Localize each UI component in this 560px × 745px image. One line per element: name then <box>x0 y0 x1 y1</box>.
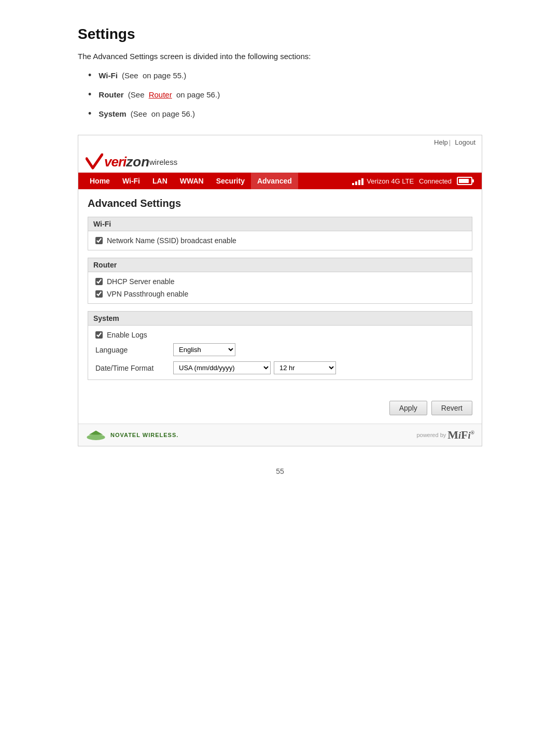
logout-link[interactable]: Logout <box>455 138 475 146</box>
section-title-main: Advanced Settings <box>88 198 472 209</box>
datetime-label: Date/Time Format <box>95 364 173 372</box>
list-item: Router (See Router on page 56.) <box>88 89 482 100</box>
router-text: (See <box>126 90 147 99</box>
language-label: Language <box>95 346 173 354</box>
apply-button[interactable]: Apply <box>389 401 427 415</box>
datetime-control: USA (mm/dd/yyyy) International (dd/mm/yy… <box>173 361 336 374</box>
nav-item-wifi[interactable]: Wi-Fi <box>116 173 146 189</box>
dhcp-checkbox[interactable] <box>95 278 103 285</box>
vpn-row: VPN Passthrough enable <box>95 290 465 298</box>
powered-by-text: powered by <box>416 432 446 438</box>
system-section: System Enable Logs Language English Span… <box>88 311 472 380</box>
content-area: Advanced Settings Wi-Fi Network Name (SS… <box>78 189 482 396</box>
page-number: 55 <box>78 467 482 475</box>
mifi-text: MiFi® <box>447 428 474 442</box>
router-section-body: DHCP Server enable VPN Passthrough enabl… <box>88 272 472 303</box>
signal-bar-3 <box>358 180 360 185</box>
router-topbar: Help | Logout <box>78 135 482 149</box>
signal-bar-4 <box>361 178 363 185</box>
router-footer: NOVATEL WIRELESS. powered by MiFi® <box>78 424 482 446</box>
help-link[interactable]: Help <box>434 138 448 146</box>
language-row: Language English Spanish French <box>95 343 465 356</box>
router-text-after: on page 56.) <box>174 90 220 99</box>
page-title: Settings <box>78 26 482 43</box>
datetime-row: Date/Time Format USA (mm/dd/yyyy) Intern… <box>95 361 465 374</box>
logo-bar: verizonwireless <box>78 149 482 173</box>
system-text: (See on page 56.) <box>129 109 195 118</box>
novatel-text: NOVATEL WIRELESS. <box>110 432 178 438</box>
language-control: English Spanish French <box>173 343 235 356</box>
nav-signal-label: Verizon 4G LTE <box>367 177 414 185</box>
nav-item-home[interactable]: Home <box>83 173 116 189</box>
list-item: System (See on page 56.) <box>88 108 482 119</box>
nav-item-advanced[interactable]: Advanced <box>251 173 298 189</box>
wifi-text: (See on page 55.) <box>120 71 186 80</box>
wifi-label: Wi-Fi <box>99 71 118 80</box>
wifi-ssid-checkbox[interactable] <box>95 237 103 244</box>
router-section-header: Router <box>88 258 472 272</box>
language-select[interactable]: English Spanish French <box>173 343 235 356</box>
nav-signal-area: Verizon 4G LTE <box>352 177 414 185</box>
system-section-header: System <box>88 312 472 326</box>
nav-item-lan[interactable]: LAN <box>146 173 174 189</box>
verizon-wireless-text: wireless <box>149 158 177 166</box>
verizon-logo-text: veri <box>104 154 126 170</box>
dhcp-row: DHCP Server enable <box>95 277 465 286</box>
svg-marker-1 <box>89 431 103 435</box>
novatel-logo: NOVATEL WIRELESS. <box>86 430 178 440</box>
wifi-section-header: Wi-Fi <box>88 217 472 231</box>
mifi-powered: powered by MiFi® <box>416 428 474 442</box>
wifi-section: Wi-Fi Network Name (SSID) broadcast enab… <box>88 217 472 250</box>
signal-bars-icon <box>352 177 363 185</box>
revert-button[interactable]: Revert <box>431 401 472 415</box>
router-ui-box: Help | Logout verizonwireless Home Wi-Fi… <box>78 135 482 446</box>
router-label: Router <box>99 90 123 99</box>
verizon-logo-text2: zon <box>126 154 149 170</box>
nav-connected-label: Connected <box>414 177 457 185</box>
svg-point-0 <box>87 434 105 440</box>
wifi-section-body: Network Name (SSID) broadcast enable <box>88 231 472 250</box>
vpn-label: VPN Passthrough enable <box>107 290 188 298</box>
battery-icon <box>457 177 472 185</box>
router-link[interactable]: Router <box>149 90 172 99</box>
battery-fill <box>459 179 469 183</box>
logs-row: Enable Logs <box>95 331 465 339</box>
page-container: Settings The Advanced Settings screen is… <box>57 0 503 507</box>
novatel-arrow-icon <box>86 430 106 440</box>
nav-bar: Home Wi-Fi LAN WWAN Security Advanced Ve… <box>78 173 482 189</box>
vpn-checkbox[interactable] <box>95 290 103 298</box>
system-section-body: Enable Logs Language English Spanish Fre… <box>88 326 472 379</box>
verizon-logo: verizonwireless <box>86 153 474 170</box>
verizon-checkmark-icon <box>86 153 103 170</box>
nav-item-wwan[interactable]: WWAN <box>174 173 210 189</box>
signal-bar-1 <box>352 183 354 185</box>
wifi-ssid-row: Network Name (SSID) broadcast enable <box>95 236 465 245</box>
topbar-separator: | <box>449 138 451 146</box>
time-format-select[interactable]: 12 hr 24 hr <box>274 361 336 374</box>
system-label: System <box>99 109 126 118</box>
wifi-ssid-label: Network Name (SSID) broadcast enable <box>107 236 236 245</box>
dhcp-label: DHCP Server enable <box>107 277 174 286</box>
intro-text: The Advanced Settings screen is divided … <box>78 52 482 61</box>
bullet-list: Wi-Fi (See on page 55.) Router (See Rout… <box>78 70 482 119</box>
logs-checkbox[interactable] <box>95 331 103 339</box>
logs-label: Enable Logs <box>107 331 147 339</box>
button-row: Apply Revert <box>78 396 482 424</box>
nav-item-security[interactable]: Security <box>210 173 251 189</box>
list-item: Wi-Fi (See on page 55.) <box>88 70 482 81</box>
signal-bar-2 <box>355 181 357 185</box>
datetime-format-select[interactable]: USA (mm/dd/yyyy) International (dd/mm/yy… <box>173 361 271 374</box>
router-section: Router DHCP Server enable VPN Passthroug… <box>88 258 472 304</box>
